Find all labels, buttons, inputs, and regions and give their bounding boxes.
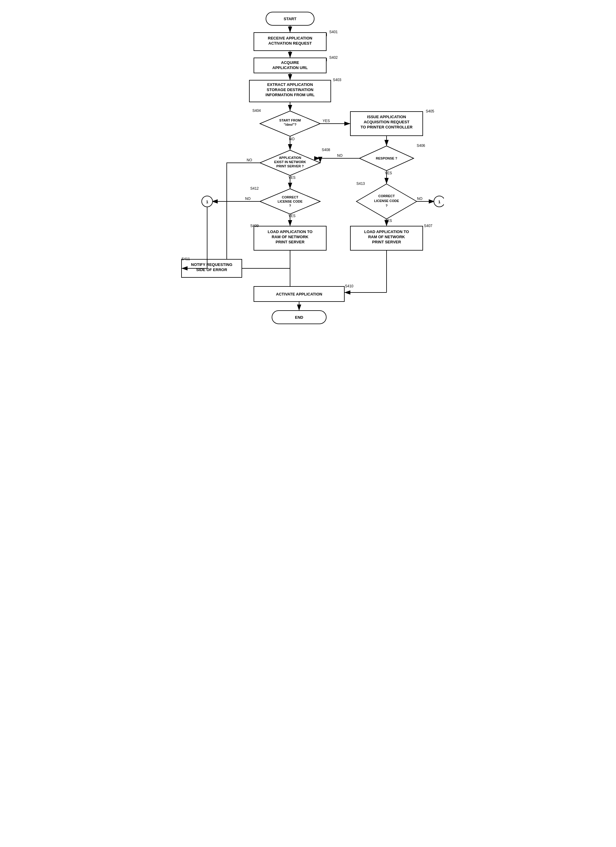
s411-step: S411 [181, 257, 190, 261]
s413-yes: YES [385, 218, 392, 223]
s408-label: APPLICATION [279, 156, 301, 159]
s402-label2: APPLICATION URL [272, 65, 308, 70]
s401-label2: ACTIVATION REQUEST [268, 41, 312, 46]
s407-label3: PRINT SERVER [372, 240, 401, 244]
s407-label2: RAM OF NETWORK [368, 235, 405, 239]
s402-step: S402 [329, 56, 338, 60]
s408-label2: EXIST IN NETWORK [274, 160, 306, 164]
s404-yes: YES [322, 119, 330, 123]
s402-label: ACQUIRE [281, 60, 299, 65]
s401-label: RECEIVE APPLICATION [268, 36, 312, 40]
s406-yes: YES [385, 171, 392, 175]
s412-label: CORRECT [281, 195, 298, 199]
connector-1-left-label: 1 [206, 200, 208, 204]
s407-step: S407 [424, 224, 432, 228]
start-label: START [283, 16, 296, 21]
s409-step: S409 [250, 224, 259, 228]
end-label: END [295, 315, 303, 320]
s413-label: CORRECT [378, 194, 395, 198]
s411-label: NOTIFY REQUESTING [191, 262, 232, 267]
s409-label: LOAD APPLICATION TO [267, 229, 312, 234]
s410-step: S410 [345, 284, 354, 288]
s412-no: NO [245, 196, 251, 201]
s403-label3: INFORMATION FROM URL [265, 93, 314, 97]
s413-no: NO [417, 196, 422, 201]
s405-label3: TO PRINTER CONTROLLER [360, 125, 413, 129]
s409-label2: RAM OF NETWORK [271, 235, 308, 239]
s408-step: S408 [322, 148, 330, 152]
s406-no: NO [337, 153, 342, 158]
s405-step: S405 [426, 109, 434, 114]
connector-1-right-label: 1 [438, 200, 440, 204]
s403-label2: STORAGE DESTINATION [267, 87, 313, 92]
s407-label: LOAD APPLICATION TO [364, 229, 409, 234]
s408-label3: PRINT SERVER ? [276, 164, 304, 168]
s401-step: S401 [329, 30, 338, 34]
s413-label2: LICENSE CODE [374, 199, 399, 203]
s404-step: S404 [252, 109, 261, 113]
s413-label3: ? [385, 204, 388, 207]
s412-step: S412 [250, 186, 259, 190]
s410-label: ACTIVATE APPLICATION [276, 292, 322, 297]
s405-label2: ACQUISITION REQUEST [364, 120, 410, 124]
s405-label: ISSUE APPLICATION [367, 115, 406, 119]
s413-step: S413 [357, 182, 365, 186]
s404-label: START FROM [279, 118, 301, 122]
s412-yes: YES [288, 214, 295, 218]
s403-step: S403 [333, 78, 341, 82]
s408-no: NO [247, 158, 252, 162]
s406-step: S406 [417, 143, 425, 148]
s409-label3: PRINT SERVER [276, 240, 305, 244]
s408-yes: YES [288, 176, 295, 180]
s404-label2: "/dev/"? [283, 123, 296, 126]
s412-label3: ? [289, 204, 291, 207]
s412-label2: LICENSE CODE [277, 200, 302, 203]
s403-label: EXTRACT APPLICATION [267, 82, 313, 87]
s406-label: RESPONSE ? [376, 156, 397, 160]
flowchart-diagram: START RECEIVE APPLICATION ACTIVATION REQ… [172, 6, 444, 398]
